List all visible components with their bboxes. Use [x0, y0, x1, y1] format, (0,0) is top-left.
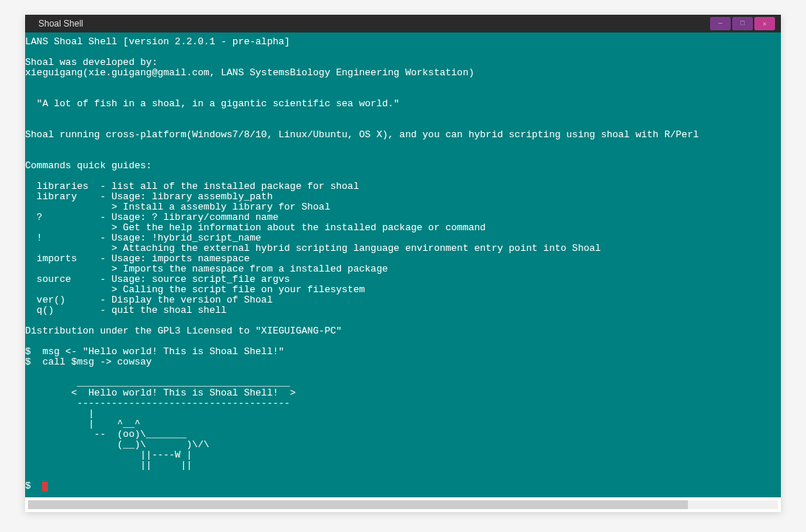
cmd-line: ? - Usage: ? library/command name: [25, 212, 278, 223]
terminal-output[interactable]: LANS Shoal Shell [version 2.2.0.1 - pre-…: [25, 32, 781, 497]
cmd-line: ! - Usage: !hybrid_script_name: [25, 232, 261, 243]
titlebar[interactable]: Shoal Shell — □ ✕: [25, 15, 781, 32]
cursor: [42, 482, 48, 491]
prompt-line: $ msg <- "Hello world! This is Shoal She…: [25, 346, 284, 357]
cowsay-line: -------------------------------------: [25, 398, 290, 409]
platform-line: Shoal running cross-platform(Windows7/8/…: [25, 129, 699, 140]
banner-line: LANS Shoal Shell [version 2.2.0.1 - pre-…: [25, 36, 290, 47]
cowsay-line: | ^__^: [25, 418, 140, 429]
cmd-line: > Get the help information about the ins…: [25, 222, 486, 233]
cowsay-line: |: [25, 408, 94, 419]
cmd-line: source - Usage: source script_file argvs: [25, 274, 290, 285]
cmd-line: ver() - Display the version of Shoal: [25, 294, 272, 305]
window-controls: — □ ✕: [710, 17, 775, 30]
cowsay-line: || ||: [25, 460, 192, 471]
close-button[interactable]: ✕: [754, 17, 775, 30]
cmd-line: libraries - list all of the installed pa…: [25, 181, 359, 192]
cmd-line: imports - Usage: imports namespace: [25, 253, 249, 264]
cowsay-line: ||----W |: [25, 449, 192, 460]
cowsay-line: < Hello world! This is Shoal Shell! >: [25, 387, 296, 398]
cowsay-line: -- (oo)\_______: [25, 429, 186, 440]
cmd-line: > Attaching the external hybrid scriptin…: [25, 243, 601, 254]
cowsay-line: (__)\ )\/\: [25, 439, 210, 450]
horizontal-scrollbar[interactable]: [28, 500, 778, 509]
app-window: Shoal Shell — □ ✕ LANS Shoal Shell [vers…: [25, 15, 781, 512]
dev-line: Shoal was developed by:: [25, 57, 157, 68]
guides-header: Commands quick guides:: [25, 160, 152, 171]
prompt-line: $ call $msg -> cowsay: [25, 356, 152, 367]
cowsay-line: _____________________________________: [25, 377, 290, 388]
cmd-line: library - Usage: library assembly_path: [25, 191, 272, 202]
cmd-line: q() - quit the shoal shell: [25, 305, 227, 316]
prompt-line: $: [25, 480, 42, 491]
quote-line: "A lot of fish in a shoal, in a gigantic…: [25, 98, 399, 109]
scrollbar-thumb[interactable]: [28, 500, 688, 509]
dev-line: xieguigang(xie.guigang@gmail.com, LANS S…: [25, 67, 475, 78]
cmd-line: > Imports the namespace from a installed…: [25, 263, 388, 274]
maximize-button[interactable]: □: [732, 17, 753, 30]
window-title: Shoal Shell: [38, 18, 83, 29]
cmd-line: > Install a assembly library for Shoal: [25, 201, 330, 213]
dist-line: Distribution under the GPL3 Licensed to …: [25, 325, 342, 336]
cmd-line: > Calling the script file on your filesy…: [25, 284, 365, 295]
minimize-button[interactable]: —: [710, 17, 731, 30]
